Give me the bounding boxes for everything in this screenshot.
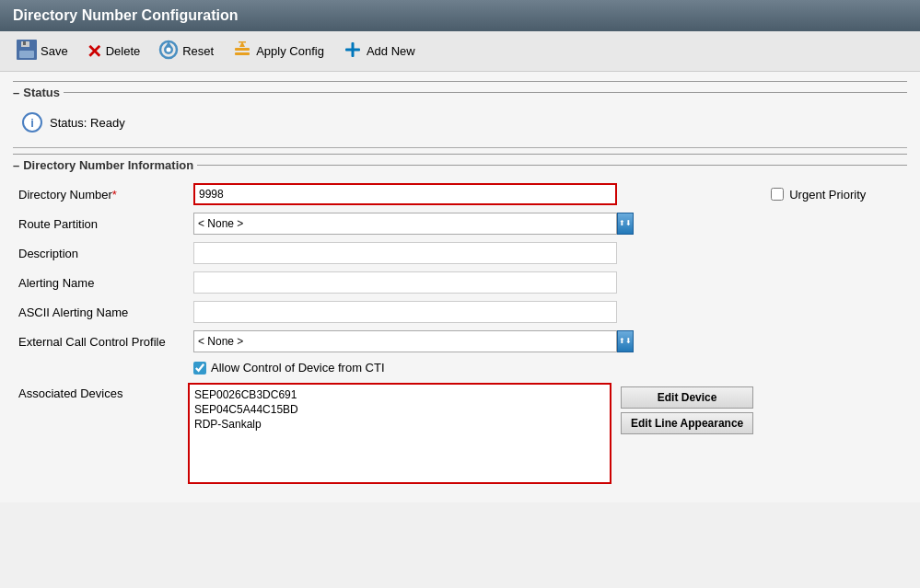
urgent-priority-label: Urgent Priority [789,188,866,202]
svg-rect-13 [345,49,360,52]
svg-rect-3 [23,41,26,45]
list-item: SEP04C5A44C15BD [192,402,607,417]
status-section: Status i Status: Ready [13,81,907,138]
external-call-arrow[interactable] [617,330,634,352]
urgent-priority-cell: Urgent Priority [752,188,902,202]
associated-devices-label: Associated Devices [13,383,188,404]
svg-rect-9 [235,48,250,51]
toolbar: Save ✕ Delete Reset Apply Config [0,31,920,72]
reset-label: Reset [182,44,214,58]
reset-button[interactable]: Reset [151,37,221,65]
associated-devices-row: Associated Devices SEP0026CB3DC691 SEP04… [13,383,907,484]
route-partition-arrow[interactable] [617,213,634,235]
edit-line-appearance-button[interactable]: Edit Line Appearance [621,412,753,434]
ascii-alerting-name-row: ASCII Alerting Name [13,297,907,327]
allow-cti-checkbox[interactable] [193,362,206,375]
description-label: Description [13,238,188,268]
action-buttons: Edit Device Edit Line Appearance [621,383,753,434]
alerting-name-row: Alerting Name [13,268,907,297]
status-text: Status: Ready [50,116,125,130]
apply-config-button[interactable]: Apply Config [225,37,332,65]
reset-icon [158,40,179,63]
list-item: SEP0026CB3DC691 [192,387,607,402]
add-new-label: Add New [367,44,415,58]
directory-number-input[interactable] [193,183,617,205]
add-new-icon [343,40,363,63]
page-title-bar: Directory Number Configuration [0,0,920,31]
delete-button[interactable]: ✕ Delete [79,40,148,63]
save-icon [17,40,37,63]
save-button[interactable]: Save [9,37,76,65]
status-box: i Status: Ready [13,107,907,138]
alerting-name-input[interactable] [193,271,617,294]
directory-number-row: Directory Number* Urgent Priority [13,179,907,209]
external-call-control-select[interactable]: < None > [193,330,617,352]
external-call-control-label: External Call Control Profile [13,327,188,356]
associated-devices-listbox[interactable]: SEP0026CB3DC691 SEP04C5A44C15BD RDP-Sank… [188,383,611,484]
svg-rect-8 [235,52,250,55]
allow-cti-row: Allow Control of Device from CTI [13,356,907,379]
page-title: Directory Number Configuration [13,7,238,23]
route-partition-select[interactable]: < None > [193,213,617,235]
svg-rect-2 [19,51,34,58]
dn-info-section: Directory Number Information Directory N… [13,154,907,484]
required-star: * [112,188,117,202]
urgent-priority-checkbox[interactable] [771,188,784,201]
separator [13,147,907,148]
alerting-name-label: Alerting Name [13,268,188,297]
description-row: Description [13,238,907,268]
dn-info-title: Directory Number Information [13,154,907,172]
delete-icon: ✕ [87,42,102,61]
ascii-alerting-name-label: ASCII Alerting Name [13,297,188,327]
description-input[interactable] [193,242,617,264]
delete-label: Delete [106,44,141,58]
list-item: RDP-Sankalp [192,417,607,432]
svg-rect-11 [239,41,246,43]
save-label: Save [41,44,68,58]
info-icon: i [22,112,42,133]
route-partition-select-wrap: < None > [193,213,634,235]
apply-config-label: Apply Config [256,44,324,58]
edit-device-button[interactable]: Edit Device [621,386,753,409]
external-call-select-wrap: < None > [193,330,634,352]
allow-cti-label[interactable]: Allow Control of Device from CTI [193,361,902,375]
svg-point-6 [167,48,171,52]
ascii-alerting-name-input[interactable] [193,301,617,323]
directory-number-label: Directory Number* [13,179,188,209]
apply-config-icon [232,40,252,63]
route-partition-row: Route Partition < None > [13,209,907,238]
dn-info-form: Directory Number* Urgent Priority [13,179,907,379]
add-new-button[interactable]: Add New [335,37,423,65]
status-section-title: Status [13,81,907,99]
external-call-control-row: External Call Control Profile < None > [13,327,907,356]
content-area: Status i Status: Ready Directory Number … [0,72,920,502]
route-partition-label: Route Partition [13,209,188,238]
